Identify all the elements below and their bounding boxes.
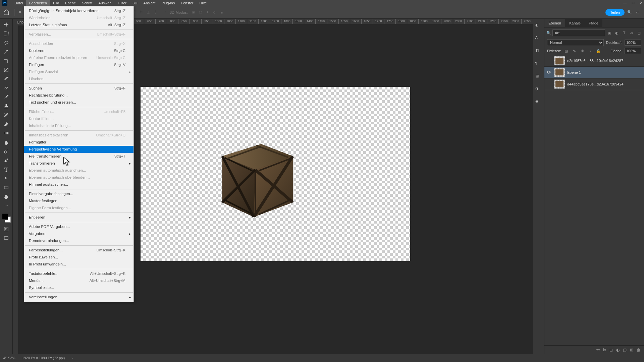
menu-filter[interactable]: Filter [115,0,129,6]
menu-item[interactable]: Voreinstellungen [24,294,133,301]
menu-item[interactable]: Pinselvorgabe festlegen... [24,190,133,197]
eraser-tool[interactable] [1,120,12,129]
layer-filter-input[interactable] [552,29,605,36]
menu-item[interactable]: Rückgängig: In Smartobjekt konvertierenS… [24,7,133,14]
more-icon[interactable]: ⋯ [161,9,167,15]
3d-icon-5[interactable]: ■ [219,9,225,15]
menu-item[interactable]: EinfügenStrg+V [24,61,133,68]
layer-group-icon[interactable]: ▢ [623,348,627,352]
quick-mask-tool[interactable] [1,225,12,234]
menu-3d[interactable]: 3D [129,0,140,6]
menu-item[interactable]: Vorgaben [24,230,133,237]
lock-all-icon[interactable]: 🔒 [595,48,601,54]
layer-thumbnail[interactable] [554,79,565,89]
menu-item[interactable]: Entleeren [24,214,133,221]
panel-tab-kanäle[interactable]: Kanäle [565,19,585,27]
healing-tool[interactable] [1,83,12,93]
layer-row[interactable]: Ebene 1 [544,67,644,78]
move-tool[interactable] [1,20,12,29]
dodge-tool[interactable] [1,147,12,156]
status-arrow-icon[interactable]: › [71,356,73,360]
menu-item[interactable]: Remoteverbindungen... [24,237,133,244]
crop-tool[interactable] [1,56,12,65]
search-icon[interactable]: 🔍 [627,9,633,15]
foreground-color[interactable] [2,214,8,220]
menu-item[interactable]: Perspektivische Verformung [24,146,133,153]
layer-name[interactable]: a44abc5ae178e...d234167289424 [567,82,624,86]
align-middle-icon[interactable]: ⊢ [138,9,144,15]
menu-item[interactable]: Frei transformierenStrg+T [24,153,133,160]
more-tools[interactable]: ⋯ [1,201,12,210]
menu-fenster[interactable]: Fenster [178,0,196,6]
menu-bearbeiten[interactable]: Bearbeiten [26,0,50,6]
menu-item[interactable]: In Profil umwandeln... [24,261,133,268]
magic-wand-tool[interactable] [1,47,12,56]
fill-input[interactable] [625,48,641,54]
menu-item[interactable]: Muster festlegen... [24,197,133,204]
tool-preset-icon[interactable]: ✥ [18,10,21,14]
new-layer-icon[interactable]: ⊞ [630,348,633,352]
lock-pixels-icon[interactable]: ✎ [571,48,577,54]
3d-icon-2[interactable]: ◎ [198,9,204,15]
layer-name[interactable]: Ebene 1 [567,70,581,74]
distribute-v-icon[interactable]: ⋮ [152,9,158,15]
menu-ebene[interactable]: Ebene [62,0,79,6]
color-swatches[interactable] [2,214,11,223]
adjustments-panel-icon[interactable]: ◑ [535,86,542,93]
filter-image-icon[interactable]: ▣ [606,30,612,36]
layer-visibility-toggle[interactable] [546,58,552,63]
gradient-tool[interactable] [1,129,12,138]
lock-transparency-icon[interactable]: ▨ [563,48,569,54]
maximize-button[interactable]: □ [632,1,634,5]
layer-fx-icon[interactable]: fx [603,348,606,352]
color-panel-icon[interactable]: ◐ [535,23,542,29]
hand-tool[interactable] [1,192,12,201]
layer-row[interactable]: e2c1957d6ee35...10c0e16e2d287 [544,55,644,67]
frame-tool[interactable] [1,65,12,74]
menu-plug-ins[interactable]: Plug-ins [158,0,178,6]
filter-type-icon[interactable]: T [621,30,627,36]
menu-item[interactable]: Text suchen und ersetzen... [24,99,133,106]
menu-bild[interactable]: Bild [50,0,62,6]
history-brush-tool[interactable] [1,111,12,120]
filter-shape-icon[interactable]: ▱ [629,30,635,36]
lock-artboard-icon[interactable]: ▫ [587,48,593,54]
panel-tab-ebenen[interactable]: Ebenen [544,19,565,27]
search-filter-icon[interactable]: 🔍 [546,31,551,35]
layer-visibility-toggle[interactable] [546,81,552,87]
3d-icon-1[interactable]: ◉ [191,9,197,15]
menu-item[interactable]: SuchenStrg+F [24,85,133,92]
character-panel-icon[interactable]: A [535,36,542,42]
layer-visibility-toggle[interactable] [546,70,552,75]
menu-item[interactable]: Farbeinstellungen...Umschalt+Strg+K [24,247,133,254]
menu-item[interactable]: Rechtschreibprüfung... [24,92,133,99]
marquee-tool[interactable] [1,29,12,38]
swatches-panel-icon[interactable]: ▦ [535,74,542,80]
paragraph-panel-icon[interactable]: ¶ [535,61,542,68]
blur-tool[interactable] [1,138,12,147]
screen-mode-tool[interactable] [1,234,12,243]
properties-panel-icon[interactable]: ◧ [535,48,542,55]
menu-item[interactable]: Symbolleiste... [24,284,133,291]
menu-datei[interactable]: Datei [11,0,26,6]
close-button[interactable]: ✕ [640,1,643,5]
delete-layer-icon[interactable]: 🗑 [637,348,641,352]
menu-item[interactable]: Letzten Status ein/ausAlt+Strg+Z [24,21,133,28]
menu-item[interactable]: Tastaturbefehle...Alt+Umschalt+Strg+K [24,270,133,277]
layer-thumbnail[interactable] [554,56,565,65]
share-button[interactable]: Teilen [605,9,625,16]
menu-item[interactable]: Formgitter [24,139,133,146]
filter-adjust-icon[interactable]: ◐ [614,30,620,36]
layer-row[interactable]: a44abc5ae178e...d234167289424 [544,78,644,90]
layer-name[interactable]: e2c1957d6ee35...10c0e16e2d287 [567,59,623,63]
align-bottom-icon[interactable]: ⊥ [145,9,151,15]
layer-thumbnail[interactable] [554,68,565,77]
path-selection-tool[interactable] [1,174,12,183]
menu-auswahl[interactable]: Auswahl [95,0,115,6]
rectangle-tool[interactable] [1,183,12,192]
menu-hilfe[interactable]: Hilfe [196,0,210,6]
menu-schrift[interactable]: Schrift [79,0,95,6]
brush-tool[interactable] [1,93,12,102]
link-layers-icon[interactable]: ⚯ [596,348,600,352]
stamp-tool[interactable] [1,102,12,111]
